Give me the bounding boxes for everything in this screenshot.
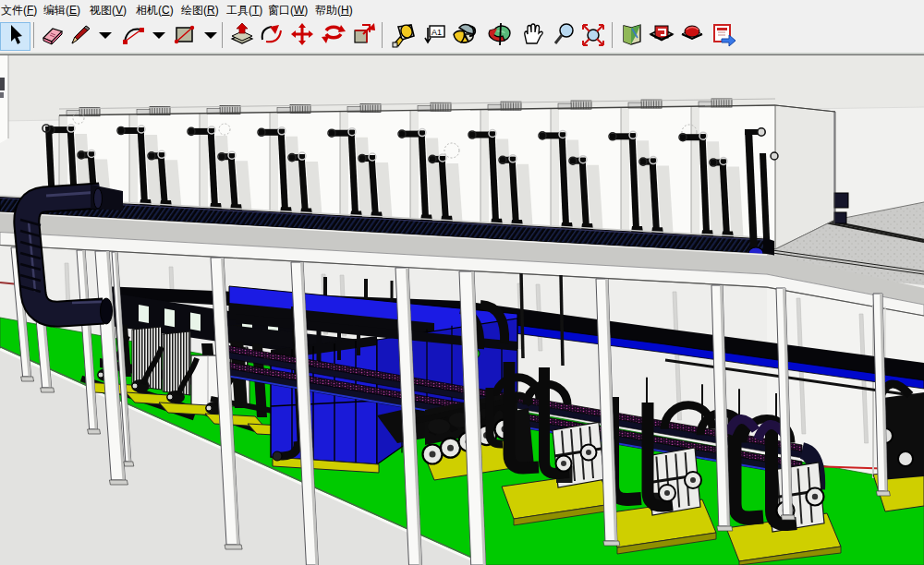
svg-text:A1: A1 [432,28,442,37]
